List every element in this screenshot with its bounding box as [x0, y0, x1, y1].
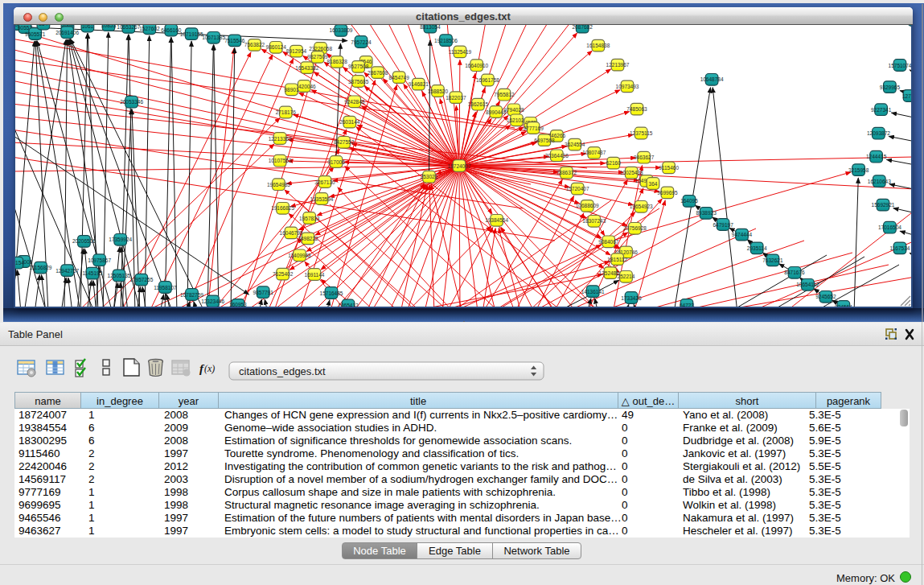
svg-text:7957224: 7957224 — [351, 39, 372, 45]
svg-text:7625402: 7625402 — [273, 271, 294, 277]
svg-text:19654923: 19654923 — [630, 204, 653, 209]
svg-text:254: 254 — [39, 25, 47, 27]
svg-text:2087682: 2087682 — [573, 25, 593, 30]
svg-text:(x): (x) — [204, 363, 215, 374]
svg-text:1733426: 1733426 — [621, 295, 642, 301]
svg-text:12093872: 12093872 — [867, 130, 890, 136]
svg-text:9084067: 9084067 — [598, 239, 619, 245]
svg-text:1145193: 1145193 — [82, 270, 102, 276]
svg-text:1362615: 1362615 — [468, 101, 489, 107]
svg-text:12942757: 12942757 — [55, 268, 79, 274]
svg-text:12323446: 12323446 — [201, 299, 224, 304]
svg-text:15716485: 15716485 — [320, 290, 343, 296]
svg-text:19353594: 19353594 — [310, 196, 334, 202]
svg-text:8427552: 8427552 — [334, 139, 355, 145]
svg-text:9474444: 9474444 — [732, 232, 753, 237]
svg-text:1065412: 1065412 — [338, 303, 359, 307]
svg-text:8186328: 8186328 — [326, 59, 347, 64]
svg-text:15692921: 15692921 — [872, 202, 895, 208]
svg-text:10719155: 10719155 — [180, 31, 203, 37]
svg-text:15751074: 15751074 — [889, 63, 911, 68]
svg-text:11958107: 11958107 — [154, 285, 177, 290]
svg-text:62160: 62160 — [606, 160, 621, 166]
svg-text:9527508: 9527508 — [348, 64, 369, 69]
svg-text:19218506: 19218506 — [434, 38, 458, 43]
svg-text:15720407: 15720407 — [566, 186, 589, 192]
svg-text:17957255: 17957255 — [129, 277, 153, 282]
svg-text:8912954: 8912954 — [286, 48, 307, 54]
svg-text:9777169: 9777169 — [523, 126, 544, 131]
svg-text:8938923: 8938923 — [696, 210, 717, 216]
svg-text:1822037: 1822037 — [446, 95, 466, 101]
svg-text:citations_edges.txt: citations_edges.txt — [239, 365, 326, 377]
svg-text:3875685: 3875685 — [348, 79, 369, 84]
svg-text:10654112: 10654112 — [796, 282, 819, 287]
svg-text:19384554: 19384554 — [485, 217, 508, 223]
svg-text:9329965: 9329965 — [880, 84, 901, 90]
svg-text:253021: 253021 — [421, 174, 438, 179]
svg-text:252214: 252214 — [618, 274, 635, 279]
svg-text:3624554: 3624554 — [565, 142, 585, 147]
svg-text:16033809: 16033809 — [329, 27, 352, 33]
svg-text:8813054: 8813054 — [420, 25, 441, 30]
svg-text:9115460: 9115460 — [659, 165, 679, 171]
svg-text:7485063: 7485063 — [626, 106, 647, 112]
svg-text:8471676: 8471676 — [784, 270, 805, 275]
svg-text:7563822: 7563822 — [244, 42, 265, 47]
svg-text:23226058: 23226058 — [309, 46, 332, 51]
svg-text:6479197: 6479197 — [713, 222, 733, 228]
svg-text:10107553: 10107553 — [269, 158, 292, 163]
svg-text:9245652: 9245652 — [815, 294, 836, 299]
svg-text:1244415: 1244415 — [866, 154, 887, 159]
svg-text:1167534: 1167534 — [890, 245, 910, 251]
svg-text:1957833: 1957833 — [299, 216, 320, 221]
svg-text:364: 364 — [649, 181, 658, 187]
svg-text:98901: 98901 — [284, 87, 298, 93]
svg-text:12375115: 12375115 — [630, 130, 653, 136]
svg-text:16640910: 16640910 — [465, 63, 488, 68]
svg-text:160953: 160953 — [229, 302, 247, 307]
svg-text:10807487: 10807487 — [582, 150, 606, 155]
svg-text:10653267: 10653267 — [117, 25, 140, 30]
svg-text:9699695: 9699695 — [657, 190, 678, 196]
svg-text:39154: 39154 — [15, 260, 24, 266]
svg-text:20691406: 20691406 — [55, 30, 79, 35]
svg-text:10688609: 10688609 — [576, 203, 599, 208]
svg-text:9827509: 9827509 — [307, 54, 328, 60]
svg-text:9463627: 9463627 — [634, 154, 655, 160]
svg-text:2718176: 2718176 — [276, 109, 297, 115]
svg-text:20206536: 20206536 — [72, 238, 96, 244]
svg-text:6466160: 6466160 — [161, 27, 182, 33]
svg-text:1815112: 1815112 — [607, 257, 627, 262]
svg-text:7955812: 7955812 — [494, 92, 515, 97]
svg-text:1061: 1061 — [82, 25, 94, 29]
svg-text:10973493: 10973493 — [616, 84, 639, 89]
svg-text:11156829: 11156829 — [30, 265, 52, 270]
svg-text:9794028: 9794028 — [503, 107, 524, 113]
svg-text:16782759: 16782759 — [180, 292, 203, 298]
svg-text:17016504: 17016504 — [878, 225, 901, 230]
svg-text:17359924: 17359924 — [109, 237, 132, 242]
svg-text:9242848: 9242848 — [344, 99, 365, 105]
svg-text:2867608: 2867608 — [368, 70, 388, 76]
svg-text:20756928: 20756928 — [623, 225, 647, 231]
svg-text:1588520: 1588520 — [428, 89, 449, 94]
svg-text:16961758: 16961758 — [476, 77, 499, 83]
svg-text:6497568: 6497568 — [534, 138, 555, 143]
svg-text:3267130: 3267130 — [314, 179, 335, 185]
svg-text:16543382: 16543382 — [295, 65, 318, 71]
svg-text:19654985: 19654985 — [267, 182, 290, 187]
svg-text:16154838: 16154838 — [586, 43, 610, 48]
svg-text:917006: 917006 — [327, 159, 345, 165]
svg-text:2603144: 2603144 — [339, 119, 360, 125]
svg-text:10025438: 10025438 — [620, 170, 643, 175]
svg-text:9860124: 9860124 — [266, 44, 287, 50]
svg-text:10975867: 10975867 — [88, 257, 111, 263]
svg-text:10853: 10853 — [101, 25, 116, 28]
svg-text:16046798: 16046798 — [280, 230, 303, 236]
svg-text:16210643: 16210643 — [868, 179, 891, 184]
svg-text:11409948: 11409948 — [288, 253, 311, 258]
svg-text:9857791: 9857791 — [253, 290, 274, 295]
svg-text:7632621: 7632621 — [762, 257, 783, 263]
svg-text:2935114: 2935114 — [747, 245, 767, 251]
